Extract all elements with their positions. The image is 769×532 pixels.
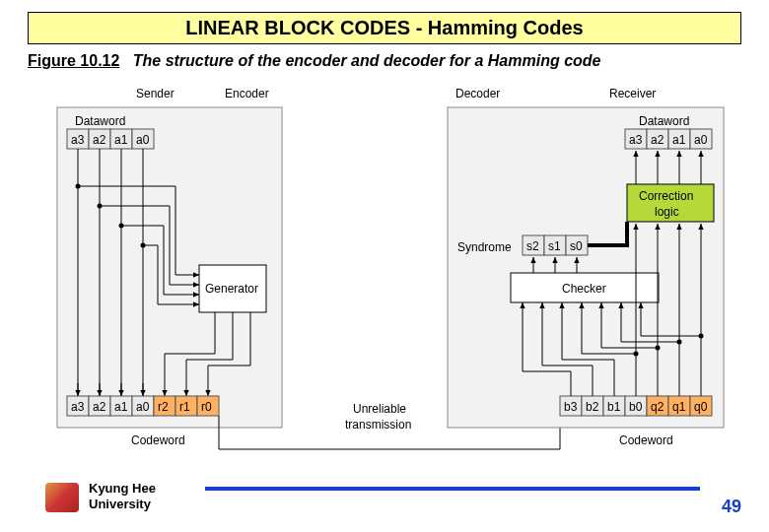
svg-text:a2: a2	[651, 133, 664, 147]
svg-text:s1: s1	[548, 239, 561, 253]
sender-dataword-cells: a3 a2 a1 a0	[67, 129, 154, 149]
syndrome-cells: s2 s1 s0	[523, 235, 588, 255]
figure-caption-line: Figure 10.12 The structure of the encode…	[28, 52, 741, 70]
svg-text:q0: q0	[694, 400, 708, 414]
svg-text:a2: a2	[93, 133, 106, 147]
receiver-codeword-label: Codeword	[619, 433, 673, 447]
slide-title: LINEAR BLOCK CODES - Hamming Codes	[28, 12, 741, 44]
svg-text:a1: a1	[672, 133, 686, 147]
decoder-label: Decoder	[455, 87, 500, 100]
sender-title: Sender	[136, 87, 175, 100]
receiver-codeword-cells: b3 b2 b1 b0 q2 q1 q0	[560, 396, 712, 416]
svg-text:a3: a3	[71, 400, 85, 414]
svg-text:q1: q1	[672, 400, 686, 414]
svg-text:b2: b2	[586, 400, 599, 414]
correction-label-2: logic	[655, 205, 679, 219]
svg-text:s2: s2	[526, 239, 539, 253]
svg-text:r0: r0	[201, 400, 212, 414]
svg-rect-35	[448, 107, 724, 428]
figure-caption: The structure of the encoder and decoder…	[133, 52, 601, 69]
svg-text:a0: a0	[136, 400, 150, 414]
university-name: Kyung Hee University	[89, 481, 156, 512]
svg-text:a1: a1	[114, 133, 128, 147]
generator-label: Generator	[205, 282, 258, 296]
sender-codeword-cells: a3 a2 a1 a0 r2 r1 r0	[67, 396, 219, 416]
figure-number: Figure 10.12	[28, 52, 119, 69]
svg-text:a3: a3	[71, 133, 85, 147]
svg-text:a1: a1	[114, 400, 128, 414]
receiver-dataword-label: Dataword	[639, 114, 689, 128]
svg-text:b0: b0	[629, 400, 643, 414]
receiver-title: Receiver	[609, 87, 656, 100]
svg-text:q2: q2	[651, 400, 664, 414]
svg-text:s0: s0	[570, 239, 583, 253]
receiver-dataword-cells: a3 a2 a1 a0	[625, 129, 712, 149]
svg-text:b3: b3	[564, 400, 578, 414]
footer: Kyung Hee University 49	[0, 483, 769, 518]
svg-text:a0: a0	[136, 133, 150, 147]
checker-label: Checker	[562, 282, 606, 296]
channel-label-2: transmission	[345, 418, 411, 432]
svg-text:b1: b1	[607, 400, 621, 414]
svg-text:a3: a3	[629, 133, 643, 147]
svg-text:r2: r2	[158, 400, 169, 414]
channel-label-1: Unreliable	[353, 402, 406, 416]
footer-rule	[205, 487, 700, 491]
sender-dataword-label: Dataword	[75, 114, 125, 128]
syndrome-label: Syndrome	[457, 240, 512, 254]
svg-text:a2: a2	[93, 400, 106, 414]
university-logo-icon	[45, 483, 79, 512]
encoder-label: Encoder	[225, 87, 269, 100]
hamming-diagram: Sender Encoder Dataword a3 a2 a1 a0 Gene…	[28, 78, 741, 452]
svg-text:r1: r1	[179, 400, 190, 414]
page-number: 49	[722, 497, 741, 517]
svg-text:a0: a0	[694, 133, 708, 147]
sender-codeword-label: Codeword	[131, 433, 185, 447]
correction-label-1: Correction	[639, 189, 693, 203]
